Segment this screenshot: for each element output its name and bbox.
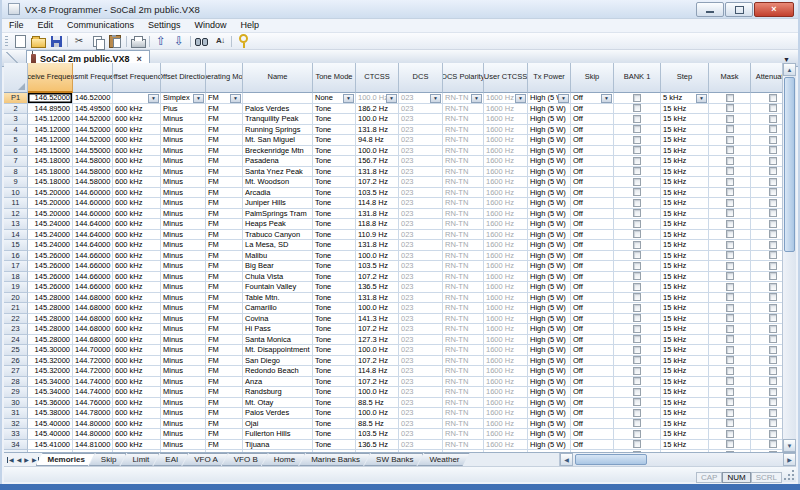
cell-att[interactable] [751, 408, 786, 419]
b1-checkbox[interactable] [633, 178, 641, 186]
cell-pol[interactable]: RN-TN [443, 209, 484, 220]
cell-skip[interactable]: Off [571, 429, 614, 440]
sheet-tab-sw-banks[interactable]: SW Banks [364, 453, 423, 466]
cell-pol[interactable]: RN-TN [443, 429, 484, 440]
cell-tx[interactable]: 144.68000 [73, 335, 113, 346]
cell-md[interactable]: FM [206, 125, 243, 136]
cell-dir[interactable]: Minus [161, 377, 206, 388]
cell-uct[interactable]: 1600 Hz [484, 146, 528, 157]
cell-tn[interactable]: Tone [313, 282, 356, 293]
cell-rx[interactable]: 145.18000 [28, 156, 73, 167]
att-checkbox[interactable] [769, 293, 777, 301]
cell-off[interactable]: 600 kHz [113, 429, 161, 440]
cell-tn[interactable]: Tone [313, 335, 356, 346]
cell-dir[interactable]: Minus [161, 261, 206, 272]
cell-step[interactable]: 15 kHz [661, 125, 709, 136]
cell-att[interactable] [751, 104, 786, 115]
cell-md[interactable]: FM [206, 167, 243, 178]
cell-step[interactable]: 15 kHz [661, 335, 709, 346]
cell-dcs[interactable]: 023 [399, 398, 443, 409]
cell-off[interactable]: 600 kHz [113, 230, 161, 241]
cell-dcs[interactable]: 023 [399, 419, 443, 430]
cell-att[interactable] [751, 377, 786, 388]
row-header[interactable]: 10 [4, 188, 28, 199]
mask-checkbox[interactable] [726, 188, 734, 196]
cell-tn[interactable]: Tone [313, 188, 356, 199]
b1-checkbox[interactable] [633, 388, 641, 396]
cell-md[interactable]: FM [206, 146, 243, 157]
cell-step[interactable]: 15 kHz [661, 303, 709, 314]
menu-window[interactable]: Window [188, 19, 234, 32]
tab-close-icon[interactable]: × [137, 54, 142, 64]
cell-uct[interactable]: 1600 Hz [484, 167, 528, 178]
cell-dcs[interactable]: 023 [399, 377, 443, 388]
cell-dcs[interactable]: 023 [399, 167, 443, 178]
b1-checkbox[interactable] [633, 115, 641, 123]
cell-skip[interactable]: Off [571, 387, 614, 398]
cell-step[interactable]: 15 kHz [661, 272, 709, 283]
cell-step[interactable]: 15 kHz [661, 419, 709, 430]
cell-step[interactable]: 15 kHz [661, 345, 709, 356]
cell-uct[interactable]: 1600 Hz [484, 366, 528, 377]
cell-tx[interactable]: 144.74000 [73, 377, 113, 388]
sheet-tab-weather[interactable]: Weather [417, 453, 469, 466]
row-header[interactable]: 29 [4, 387, 28, 398]
cell-dcs[interactable]: 023 [399, 177, 443, 188]
cell-pol[interactable]: RN-TN [443, 156, 484, 167]
column-header-b1[interactable]: BANK 1 [614, 63, 661, 93]
cell-dir[interactable]: Minus [161, 366, 206, 377]
cell-uct[interactable]: 1600 Hz [484, 282, 528, 293]
att-checkbox[interactable] [769, 125, 777, 133]
column-header-pol[interactable]: DCS Polarity [443, 63, 484, 93]
cell-dir[interactable]: Minus [161, 429, 206, 440]
cell-mask[interactable] [709, 93, 751, 104]
cell-rx[interactable]: 145.18000 [28, 167, 73, 178]
cell-tn[interactable]: Tone [313, 293, 356, 304]
cell-uct[interactable]: 1600 Hz [484, 303, 528, 314]
cell-ct[interactable]: 107.2 Hz [356, 324, 399, 335]
b1-checkbox[interactable] [633, 430, 641, 438]
cell-b1[interactable] [614, 377, 661, 388]
att-checkbox[interactable] [769, 199, 777, 207]
cell-tn[interactable]: Tone [313, 398, 356, 409]
cell-dir[interactable]: Minus [161, 240, 206, 251]
vertical-scrollbar[interactable]: ▲ ▼ [782, 63, 796, 452]
sheet-tab-skip[interactable]: Skip [89, 453, 127, 466]
dropdown-button[interactable]: ▼ [148, 94, 159, 103]
att-checkbox[interactable] [769, 136, 777, 144]
cell-rx[interactable]: 145.38000 [28, 408, 73, 419]
cell-dcs[interactable]: 023 [399, 335, 443, 346]
cell-skip[interactable]: Off [571, 398, 614, 409]
cell-pol[interactable]: RN-TN [443, 230, 484, 241]
cell-md[interactable]: FM [206, 419, 243, 430]
b1-checkbox[interactable] [633, 251, 641, 259]
att-checkbox[interactable] [769, 146, 777, 154]
cell-pol[interactable]: RN-TN [443, 366, 484, 377]
cell-dcs[interactable]: 023 [399, 429, 443, 440]
cell-att[interactable] [751, 114, 786, 125]
cell-pwr[interactable]: High (5 W) [528, 240, 571, 251]
cell-pwr[interactable]: High (5 W) [528, 429, 571, 440]
att-checkbox[interactable] [769, 440, 777, 448]
cell-pwr[interactable]: High (5 W) [528, 188, 571, 199]
row-header[interactable]: 9 [4, 177, 28, 188]
cell-uct[interactable]: 1600 Hz [484, 261, 528, 272]
cell-mask[interactable] [709, 156, 751, 167]
cell-mask[interactable] [709, 377, 751, 388]
cell-tx[interactable]: 144.80000 [73, 429, 113, 440]
cell-tx[interactable]: 144.72000 [73, 366, 113, 377]
cell-dir[interactable]: Minus [161, 314, 206, 325]
cell-ct[interactable]: 88.5 Hz [356, 419, 399, 430]
cell-uct[interactable]: 1600 Hz [484, 398, 528, 409]
cell-nm[interactable]: Anza [243, 377, 313, 388]
cell-dcs[interactable]: 023 [399, 324, 443, 335]
scroll-down-icon[interactable]: ▼ [783, 439, 796, 452]
toolbar-new-icon[interactable] [11, 34, 29, 49]
cell-ct[interactable]: 103.5 Hz [356, 188, 399, 199]
toolbar-move-down-icon[interactable]: ⇩ [170, 34, 188, 49]
cell-mask[interactable] [709, 282, 751, 293]
cell-b1[interactable] [614, 104, 661, 115]
mask-checkbox[interactable] [726, 230, 734, 238]
cell-nm[interactable]: Santa Ynez Peak [243, 167, 313, 178]
cell-tx[interactable]: 144.64000 [73, 240, 113, 251]
